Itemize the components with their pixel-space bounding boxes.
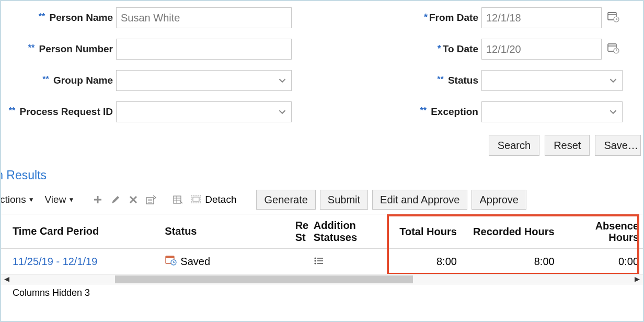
status-select[interactable]: [481, 70, 623, 91]
view-menu-label: View: [45, 194, 66, 205]
total-hours-cell: 8:00: [373, 249, 468, 274]
caret-down-icon: ▼: [68, 196, 74, 203]
results-heading: rch Results: [0, 166, 643, 189]
col-header-re-st[interactable]: ReSt: [291, 214, 309, 248]
save-button[interactable]: Save…: [595, 135, 641, 156]
add-icon[interactable]: [91, 193, 105, 206]
col-header-total-hours[interactable]: Total Hours: [373, 214, 468, 248]
chevron-down-icon: [610, 77, 617, 84]
group-name-label: Group Name: [53, 75, 113, 86]
chevron-down-icon: [279, 77, 286, 84]
view-menu[interactable]: View ▼: [42, 192, 78, 207]
to-date-input[interactable]: [481, 39, 602, 60]
generate-button[interactable]: Generate: [256, 190, 315, 210]
detach-label[interactable]: Detach: [205, 194, 236, 205]
approve-button[interactable]: Approve: [472, 190, 526, 210]
svg-rect-7: [174, 196, 181, 203]
columns-hidden-note: Columns Hidden 3: [1, 284, 643, 298]
chevron-down-icon: [279, 108, 286, 116]
exception-select[interactable]: [481, 101, 623, 122]
svg-point-15: [314, 262, 316, 264]
period-link[interactable]: 11/25/19 - 12/1/19: [1, 249, 160, 274]
chevron-down-icon: [610, 108, 617, 116]
group-name-select[interactable]: [116, 70, 292, 91]
caret-down-icon: ▼: [28, 196, 34, 203]
horizontal-scrollbar[interactable]: ◀ ▶: [1, 274, 643, 284]
person-number-input[interactable]: [116, 39, 292, 60]
col-header-period[interactable]: Time Card Period: [1, 214, 160, 248]
process-request-id-select[interactable]: [116, 101, 292, 122]
absence-hours-cell: 0:00: [559, 249, 643, 274]
calendar-clock-icon[interactable]: [607, 42, 619, 56]
from-date-input[interactable]: [481, 7, 602, 28]
edit-icon[interactable]: [109, 193, 122, 206]
col-header-absence-hours[interactable]: Absence Hours: [559, 214, 643, 248]
col-header-addl-statuses[interactable]: AdditionStatuses: [309, 214, 373, 248]
person-name-label: Person Name: [50, 12, 113, 23]
actions-menu-label: ctions: [0, 194, 26, 205]
detach-icon[interactable]: [189, 193, 203, 206]
process-request-id-label: Process Request ID: [20, 106, 113, 117]
export-icon[interactable]: [144, 193, 158, 206]
search-button[interactable]: Search: [489, 135, 539, 156]
exception-label: Exception: [431, 106, 478, 117]
col-header-status[interactable]: Status: [160, 214, 291, 248]
reset-button[interactable]: Reset: [545, 135, 590, 156]
svg-point-14: [314, 260, 316, 261]
delete-icon[interactable]: [126, 193, 140, 206]
col-header-recorded-hours[interactable]: Recorded Hours: [468, 214, 559, 248]
person-name-input[interactable]: [116, 7, 292, 28]
from-date-label: From Date: [429, 12, 478, 23]
status-label: Status: [448, 75, 478, 86]
table-row[interactable]: 11/25/19 - 12/1/19 Saved 8:00 8:00 0:00: [1, 249, 643, 274]
recorded-hours-cell: 8:00: [468, 249, 559, 274]
status-text: Saved: [180, 256, 210, 268]
additional-statuses-icon[interactable]: [314, 256, 324, 268]
svg-rect-9: [193, 197, 199, 201]
query-by-example-icon[interactable]: [171, 193, 185, 206]
status-icon: [165, 255, 177, 269]
svg-rect-11: [166, 256, 174, 258]
person-number-label: Person Number: [39, 43, 113, 54]
edit-and-approve-button[interactable]: Edit and Approve: [372, 190, 467, 210]
calendar-clock-icon[interactable]: [607, 10, 619, 25]
actions-menu[interactable]: ctions ▼: [0, 192, 38, 207]
svg-point-13: [314, 257, 316, 259]
to-date-label: To Date: [443, 43, 478, 54]
submit-button[interactable]: Submit: [320, 190, 368, 210]
